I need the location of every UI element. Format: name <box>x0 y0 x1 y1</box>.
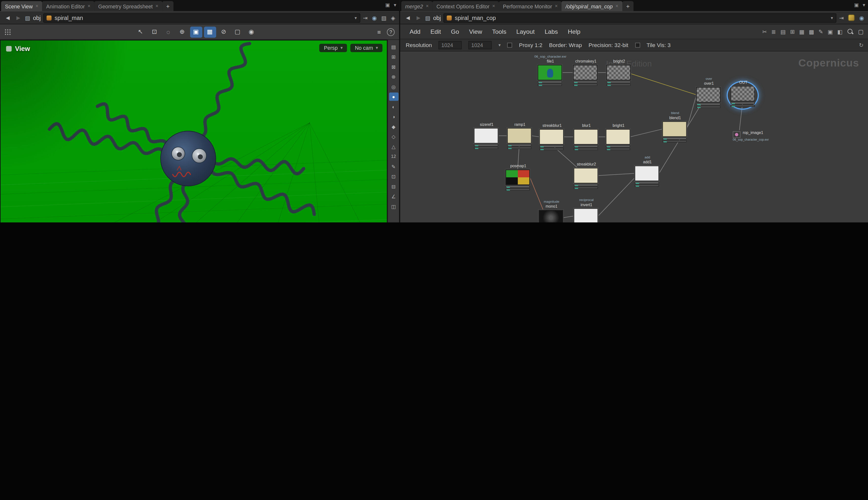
pane-menu-icon[interactable]: ▾ <box>394 2 396 8</box>
resolution-y-field[interactable]: 1024 <box>468 41 492 49</box>
crosshair-icon[interactable]: ⊗ <box>389 73 398 81</box>
context-label[interactable]: obj <box>33 14 41 21</box>
parameter-list-icon[interactable]: ≣ <box>771 29 776 35</box>
display-options-button[interactable]: ≡ <box>373 26 385 37</box>
cop-node-chromakey1[interactable]: chromakey1 <box>573 65 598 86</box>
subdivision-level-badge[interactable]: 12 <box>389 152 398 161</box>
tile-vis-checkbox[interactable] <box>635 43 640 47</box>
select-tool-icon[interactable]: ↖ <box>134 26 146 37</box>
refresh-icon[interactable]: ↻ <box>859 42 864 48</box>
cop-network-editor[interactable]: Indie Edition Copernicus 06_sop_characte… <box>400 52 868 223</box>
cop-node-blend1[interactable]: blendblend1 <box>663 122 688 143</box>
measure-icon[interactable]: ∠ <box>389 192 398 201</box>
group-list-icon[interactable]: ⊟ <box>389 182 398 191</box>
path-history-dropdown-icon[interactable]: ▾ <box>355 15 357 20</box>
back-button[interactable]: ◀ <box>4 15 12 21</box>
cop-node-streakblur2[interactable]: streakblur2 <box>574 168 599 189</box>
tab-close-icon[interactable]: × <box>615 3 618 9</box>
tree-view-icon[interactable]: ▤ <box>780 29 786 35</box>
path-history-dropdown-icon[interactable]: ▾ <box>831 15 833 20</box>
snapshot-icon[interactable]: ▢ <box>858 28 864 35</box>
cop-node-bright1[interactable]: bright1 <box>606 129 631 150</box>
view-camera-icon[interactable]: ▢ <box>231 26 244 37</box>
cop-node-over1[interactable]: overover1 <box>696 87 722 108</box>
sticky-note-icon[interactable]: ✎ <box>819 29 823 35</box>
cop-node-out[interactable]: OUT <box>731 86 756 107</box>
pin-pane-icon[interactable]: ⇥ <box>839 15 844 21</box>
link-pane-icon[interactable]: ◉ <box>859 15 864 21</box>
tab-scene-view[interactable]: Scene View× <box>1 1 42 11</box>
cop-node-posmap1[interactable]: posmap1 <box>505 169 531 190</box>
tab-obj-spiral-man-cop[interactable]: /obj/spiral_man_cop× <box>562 1 622 11</box>
camera-selector[interactable]: No cam ▾ <box>350 44 382 52</box>
menu-help[interactable]: Help <box>563 26 585 36</box>
radial-menu-icon[interactable]: ✂ <box>762 29 767 35</box>
render-region-icon[interactable]: ◉ <box>245 26 257 37</box>
pane-split-icon[interactable]: ▣ <box>385 2 390 8</box>
tab-geometry-spreadsheet[interactable]: Geometry Spreadsheet× <box>94 1 163 11</box>
materials-icon[interactable]: ◆ <box>389 122 398 131</box>
view-options-icon[interactable]: ▤ <box>389 43 398 51</box>
cop-node-blur1[interactable]: blur1 <box>574 129 599 150</box>
display-options-icon[interactable]: ◇ <box>389 133 398 141</box>
reference-plane-icon[interactable]: ◎ <box>389 82 398 91</box>
forward-button[interactable]: ▶ <box>14 15 22 21</box>
object-mode-icon[interactable]: ▧ <box>381 15 387 21</box>
perspective-selector[interactable]: Persp ▾ <box>319 44 347 52</box>
back-button[interactable]: ◀ <box>404 15 412 21</box>
tab-close-icon[interactable]: × <box>426 3 429 9</box>
menu-go[interactable]: Go <box>446 26 464 36</box>
cop-node-ramp1[interactable]: ramp1 <box>507 128 533 149</box>
cop-node-invert1[interactable]: reciprocalinvert1 <box>574 208 599 223</box>
help-button[interactable]: ? <box>387 28 394 36</box>
tab-close-icon[interactable]: × <box>156 3 158 9</box>
menu-layout[interactable]: Layout <box>511 26 540 36</box>
pane-split-icon[interactable]: ▣ <box>854 2 859 8</box>
tab-animation-editor[interactable]: Animation Editor× <box>42 1 94 11</box>
tab-close-icon[interactable]: × <box>492 3 495 9</box>
menu-view[interactable]: View <box>464 26 487 36</box>
pose-tool-icon[interactable]: ▦ <box>204 26 216 37</box>
move-tool-icon[interactable]: ⊕ <box>176 26 188 37</box>
menu-edit[interactable]: Edit <box>425 26 446 36</box>
toolbar-drag-handle[interactable] <box>4 29 11 35</box>
dependency-links-icon[interactable]: ▩ <box>809 29 814 35</box>
menu-labs[interactable]: Labs <box>540 26 563 36</box>
lasso-select-tool-icon[interactable]: ◌ <box>162 26 174 37</box>
resolution-dropdown-icon[interactable]: ▾ <box>498 43 501 47</box>
select-objects-tool-icon[interactable]: ⊡ <box>148 26 160 37</box>
viewport-3d[interactable]: View Persp ▾ No cam ▾ <box>0 40 387 223</box>
network-box-icon[interactable]: ◧ <box>837 29 842 35</box>
grid-toggle-icon[interactable]: ⊡ <box>389 172 398 181</box>
color-palette-icon[interactable] <box>848 14 855 21</box>
node-path-field[interactable]: spiral_man ▾ <box>43 13 360 22</box>
split-view-icon[interactable]: ◫ <box>389 202 398 211</box>
shadows-icon[interactable]: ◑ <box>389 113 398 121</box>
tab-context-options-editor[interactable]: Context Options Editor× <box>433 1 499 11</box>
tab-close-icon[interactable]: × <box>35 3 38 9</box>
snapshot-icon[interactable]: ⊞ <box>389 53 398 61</box>
cop-node-file1[interactable]: 06_sop_character.exrfile1 <box>538 65 563 86</box>
tab-merge2[interactable]: merge2× <box>401 1 433 11</box>
pin-pane-icon[interactable]: ⇥ <box>363 15 367 21</box>
cop-node-mono1[interactable]: magnitudemono1 <box>539 210 564 223</box>
handles-tool-icon[interactable]: ▣ <box>190 26 202 37</box>
cop-node-add1[interactable]: addadd1 <box>635 166 660 186</box>
cop-node-rop-image1[interactable]: 06_sop_character_cop.exrrop_image1 <box>733 130 782 140</box>
resolution-x-field[interactable]: 1024 <box>439 41 462 49</box>
tab-close-icon[interactable]: × <box>88 3 90 9</box>
pane-menu-icon[interactable]: ▾ <box>863 2 865 8</box>
background-image-icon[interactable]: ▣ <box>827 29 833 35</box>
cop-node-bright2[interactable]: bright2 <box>606 65 632 86</box>
high-quality-lighting-icon[interactable]: ◐ <box>389 102 398 111</box>
grid-snap-icon[interactable]: ⊞ <box>790 29 795 35</box>
camera-lock-icon[interactable]: ⊠ <box>389 62 398 71</box>
tab-close-icon[interactable]: × <box>555 3 558 9</box>
new-tab-button[interactable]: + <box>162 1 174 11</box>
wireframe-icon[interactable]: △ <box>389 143 398 151</box>
context-label[interactable]: obj <box>433 14 441 21</box>
snapping-disabled-icon[interactable]: ⊘ <box>218 26 230 37</box>
cop-node-sizeref1[interactable]: sizeref1 <box>474 128 499 149</box>
character-mode-icon[interactable]: ◈ <box>391 15 395 21</box>
proxy-checkbox[interactable] <box>507 43 512 47</box>
